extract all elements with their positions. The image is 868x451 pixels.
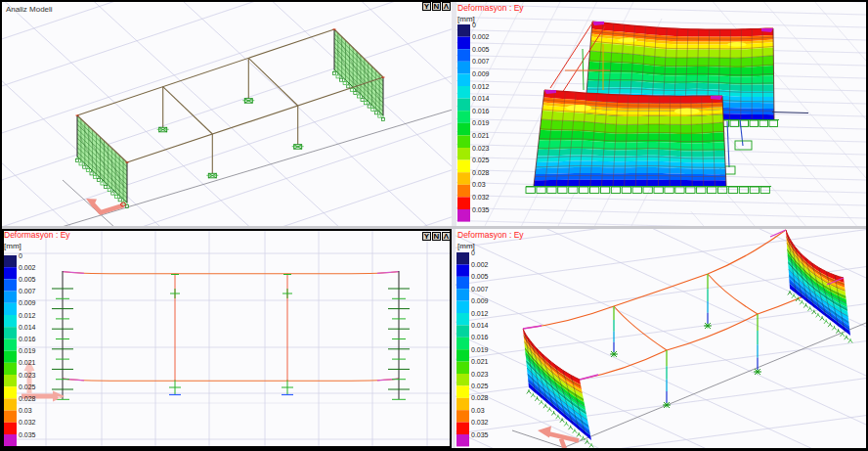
svg-text:0.023: 0.023 — [471, 371, 489, 378]
svg-text:[mm]: [mm] — [4, 242, 22, 250]
svg-text:0.016: 0.016 — [471, 334, 489, 340]
svg-text:0.019: 0.019 — [19, 347, 36, 354]
svg-text:0.012: 0.012 — [471, 310, 489, 317]
svg-text:0.032: 0.032 — [19, 419, 36, 426]
svg-text:0.007: 0.007 — [472, 58, 490, 65]
svg-text:0.035: 0.035 — [19, 431, 36, 438]
svg-text:0.028: 0.028 — [19, 395, 36, 402]
svg-text:0: 0 — [472, 22, 476, 28]
svg-text:0.021: 0.021 — [471, 358, 489, 365]
svg-text:0.002: 0.002 — [471, 261, 489, 268]
svg-text:0.032: 0.032 — [471, 419, 489, 426]
svg-text:0.028: 0.028 — [472, 169, 490, 176]
svg-text:0.021: 0.021 — [19, 359, 36, 366]
svg-text:0.009: 0.009 — [19, 299, 36, 306]
svg-text:0.025: 0.025 — [471, 383, 489, 389]
svg-text:0.025: 0.025 — [472, 157, 490, 163]
svg-text:0.016: 0.016 — [19, 336, 36, 342]
svg-text:0.023: 0.023 — [19, 372, 36, 379]
svg-text:0.014: 0.014 — [472, 95, 490, 102]
svg-text:0.009: 0.009 — [471, 297, 489, 304]
svg-text:0.016: 0.016 — [472, 108, 490, 114]
svg-text:0.019: 0.019 — [472, 119, 490, 126]
svg-text:0.007: 0.007 — [19, 288, 36, 294]
svg-text:Deformasyon : Ey: Deformasyon : Ey — [457, 230, 524, 240]
svg-text:0.023: 0.023 — [472, 145, 490, 152]
svg-text:0.032: 0.032 — [472, 194, 490, 201]
svg-text:0.009: 0.009 — [472, 70, 490, 77]
svg-text:0.028: 0.028 — [471, 394, 489, 401]
svg-text:0.035: 0.035 — [471, 431, 489, 438]
svg-text:0.03: 0.03 — [472, 181, 486, 188]
svg-text:0.014: 0.014 — [471, 322, 489, 329]
svg-text:Analiz Modeli: Analiz Modeli — [6, 5, 53, 14]
svg-text:0.019: 0.019 — [471, 346, 489, 353]
svg-text:0: 0 — [471, 249, 475, 256]
svg-text:0.012: 0.012 — [472, 83, 490, 90]
svg-text:0.005: 0.005 — [471, 273, 489, 280]
svg-text:Deformasyon : Ey: Deformasyon : Ey — [457, 3, 524, 13]
svg-text:0.002: 0.002 — [472, 33, 490, 40]
svg-text:0.021: 0.021 — [472, 132, 490, 139]
svg-text:0.007: 0.007 — [471, 286, 489, 293]
svg-text:Deformasyon : Ey: Deformasyon : Ey — [4, 231, 70, 240]
svg-text:0.005: 0.005 — [472, 46, 490, 53]
svg-text:0.03: 0.03 — [471, 407, 485, 414]
svg-text:0.014: 0.014 — [19, 324, 36, 331]
svg-text:0.025: 0.025 — [19, 383, 36, 390]
svg-text:0.035: 0.035 — [472, 206, 490, 213]
svg-text:0.012: 0.012 — [19, 312, 36, 319]
svg-text:0.005: 0.005 — [19, 276, 36, 283]
svg-text:0.002: 0.002 — [19, 264, 36, 271]
svg-text:0.03: 0.03 — [19, 407, 32, 414]
svg-text:x: x — [58, 394, 61, 400]
svg-text:0: 0 — [19, 252, 22, 259]
